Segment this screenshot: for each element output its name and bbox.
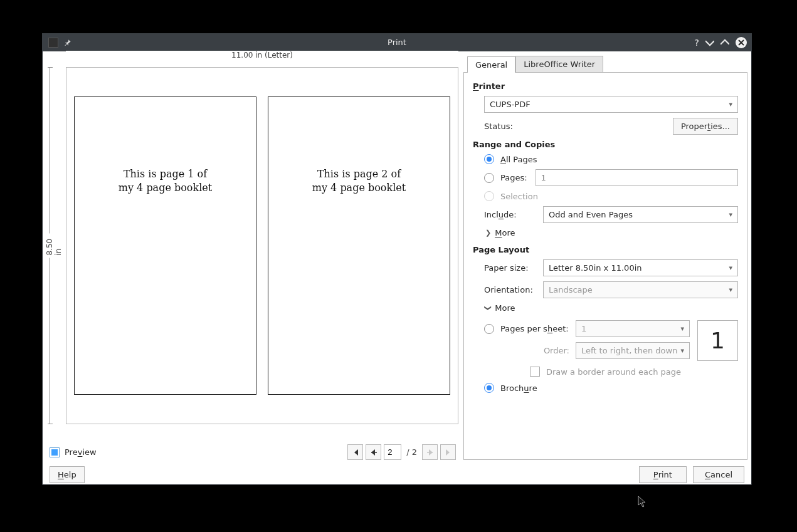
dialog-buttons: Help Print Cancel [42,460,752,491]
help-titlebar-icon[interactable]: ? [695,38,699,48]
paper-size-value: Letter 8.50in x 11.00in [549,263,642,273]
all-pages-label: All Pages [500,155,537,164]
print-button[interactable]: Print [639,466,687,483]
orientation-label: Orientation: [484,285,537,295]
close-icon[interactable] [736,37,747,48]
layout-heading: Page Layout [473,245,738,254]
paper-size-select[interactable]: Letter 8.50in x 11.00in ▾ [543,259,738,276]
properties-button[interactable]: Properties... [673,118,738,135]
tab-general[interactable]: General [467,56,515,73]
preview-page-2: This is page 2 of my 4 page booklet [268,96,450,395]
preview-page-1: This is page 1 of my 4 page booklet [74,96,256,395]
pages-per-sheet-thumb-value: 1 [710,328,725,353]
chevron-down-icon: ▾ [729,264,732,272]
page-height-label: 8.50 in [45,234,63,258]
preview-page-2-line2: my 4 page booklet [312,181,406,195]
printer-select[interactable]: CUPS-PDF ▾ [484,96,738,113]
page-width-label: 11.00 in (Letter) [66,51,458,60]
print-dialog: Print ? 11.00 in (Letter) [42,33,752,485]
chevron-down-icon: ▾ [729,286,732,294]
tabs: General LibreOffice Writer [467,56,747,72]
chevron-down-icon: ❯ [484,305,492,311]
tab-libreoffice-writer[interactable]: LibreOffice Writer [515,56,603,72]
print-preview: 11.00 in (Letter) 8.50 in This is page 1… [50,56,458,432]
include-value: Odd and Even Pages [549,210,633,219]
cursor-icon [638,496,648,508]
preview-page-1-line1: This is page 1 of [124,167,207,181]
general-panel: Printer CUPS-PDF ▾ Status: Properties...… [463,72,747,460]
radio-brochure[interactable] [484,383,494,393]
chevron-right-icon: ❯ [485,229,491,237]
pages-input[interactable] [536,169,738,186]
paper-size-label: Paper size: [484,263,537,273]
orientation-value: Landscape [549,285,593,295]
current-page-input[interactable] [384,444,401,460]
pin-icon[interactable] [63,38,72,47]
cancel-button[interactable]: Cancel [693,466,744,483]
include-select[interactable]: Odd and Even Pages ▾ [543,206,738,223]
prev-page-button[interactable] [366,444,381,460]
preview-checkbox-label: Preview [65,447,97,457]
window-title: Print [42,38,752,47]
chevron-down-icon: ▾ [729,211,732,219]
radio-pages[interactable] [484,173,494,183]
last-page-button[interactable] [440,444,456,460]
preview-sheet: This is page 1 of my 4 page booklet This… [66,67,458,424]
range-more-toggle[interactable]: ❯ More [485,228,738,237]
pages-per-sheet-select: 1 ▾ [576,320,690,337]
radio-pages-per-sheet[interactable] [484,324,494,334]
chevron-down-icon: ▾ [680,347,684,355]
radio-selection [484,191,494,201]
preview-page-2-line1: This is page 2 of [317,167,401,181]
maximize-icon[interactable] [720,38,729,47]
first-page-button[interactable] [347,444,363,460]
order-select: Left to right, then down ▾ [576,342,690,359]
pages-per-sheet-thumb: 1 [697,320,738,361]
status-label: Status: [484,122,513,131]
printer-select-value: CUPS-PDF [490,100,530,109]
draw-border-checkbox [530,367,540,377]
pages-per-sheet-value: 1 [581,324,586,333]
order-value: Left to right, then down [581,346,677,355]
printer-heading: Printer [473,81,738,91]
pages-label: Pages: [500,173,529,182]
orientation-select: Landscape ▾ [543,281,738,298]
app-icon [48,38,58,48]
ruler-left: 8.50 in [50,67,66,424]
page-count-label: / 2 [404,447,420,457]
chevron-down-icon: ▾ [680,325,684,333]
next-page-button[interactable] [422,444,438,460]
chevron-down-icon: ▾ [729,100,732,108]
radio-all-pages[interactable] [484,154,494,164]
layout-more-toggle[interactable]: ❯ More [485,303,738,313]
preview-page-1-line2: my 4 page booklet [119,181,212,195]
include-label: Include: [484,210,537,219]
pages-per-sheet-label: Pages per sheet: [500,324,569,333]
order-label: Order: [500,346,569,355]
titlebar: Print ? [42,33,752,51]
preview-checkbox[interactable] [50,447,60,457]
minimize-icon[interactable] [705,38,714,47]
help-button[interactable]: Help [50,466,85,483]
draw-border-label: Draw a border around each page [546,367,681,377]
range-heading: Range and Copies [473,140,738,149]
brochure-label: Brochure [500,383,537,393]
ruler-top: 11.00 in (Letter) [66,56,458,67]
selection-label: Selection [500,192,538,201]
